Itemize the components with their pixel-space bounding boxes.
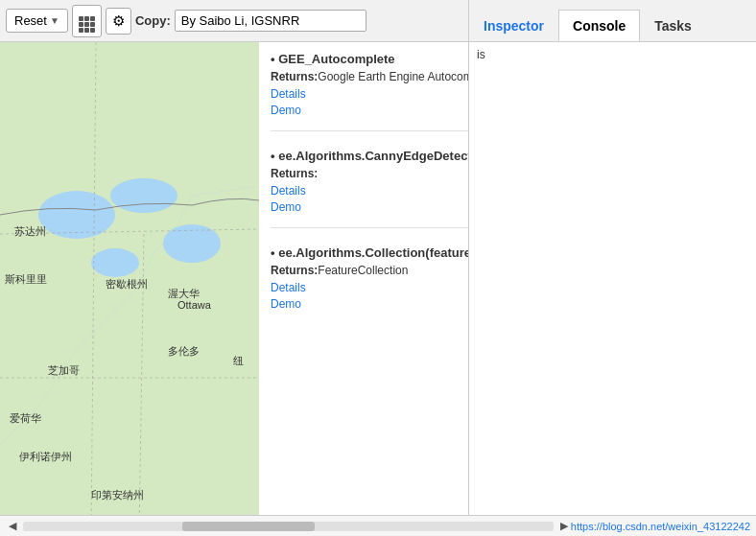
gear-icon: ⚙ xyxy=(112,12,125,29)
svg-point-6 xyxy=(91,248,139,277)
doc-returns-label-2: Returns: xyxy=(271,167,318,180)
map-label-sudazhou: 苏达州 xyxy=(14,224,46,239)
map-label-toronto: 多伦多 xyxy=(168,344,200,359)
map-placeholder: 苏达州 斯科里里 芝加哥 爱荷华 伊利诺伊州 印第安纳州 密歇根州 多伦多 渥大… xyxy=(0,42,259,536)
map-label-michigan: 密歇根州 xyxy=(106,277,148,291)
map-label-chicago: 芝加哥 xyxy=(48,363,80,378)
map-label-niu: 纽 xyxy=(233,354,244,368)
tab-tasks[interactable]: Tasks xyxy=(640,10,706,41)
tab-console[interactable]: Console xyxy=(558,10,640,41)
svg-point-4 xyxy=(110,178,177,213)
status-url: https://blog.csdn.net/weixin_43122242 xyxy=(571,521,750,532)
main-area: 苏达州 斯科里里 芝加哥 爱荷华 伊利诺伊州 印第安纳州 密歇根州 多伦多 渥大… xyxy=(0,42,756,536)
map-label-aihehua: 爱荷华 xyxy=(10,411,41,426)
doc-returns-label-1: Returns: xyxy=(271,70,318,83)
hscroll-thumb[interactable] xyxy=(182,522,315,531)
hscroll-track[interactable] xyxy=(23,522,554,531)
scroll-left-arrow[interactable]: ◀ xyxy=(6,520,19,532)
right-panel-content: is xyxy=(469,42,756,67)
grid-icon xyxy=(79,16,95,33)
horizontal-scrollbar[interactable]: ◀ ▶ xyxy=(6,520,571,532)
svg-point-5 xyxy=(163,224,221,263)
right-panel-text: is xyxy=(477,48,485,61)
grid-button[interactable] xyxy=(72,5,102,37)
copy-input[interactable] xyxy=(175,10,366,32)
right-panel: is xyxy=(468,42,756,536)
scroll-right-arrow[interactable]: ▶ xyxy=(557,520,571,532)
map-label-indiana: 印第安纳州 xyxy=(91,488,144,502)
reset-arrow: ▼ xyxy=(50,15,59,26)
status-bar: ◀ ▶ https://blog.csdn.net/weixin_4312224… xyxy=(0,515,756,536)
map-label-skll: 斯科里里 xyxy=(5,272,47,287)
tab-inspector[interactable]: Inspector xyxy=(469,10,558,41)
doc-returns-label-3: Returns: xyxy=(271,264,318,277)
settings-button[interactable]: ⚙ xyxy=(106,8,131,35)
map-area[interactable]: 苏达州 斯科里里 芝加哥 爱荷华 伊利诺伊州 印第安纳州 密歇根州 多伦多 渥大… xyxy=(0,42,259,536)
copy-label: Copy: xyxy=(135,13,171,28)
svg-point-3 xyxy=(38,191,115,239)
map-label-ottawa-en: Ottawa xyxy=(177,299,211,311)
right-tabs: Inspector Console Tasks xyxy=(468,0,756,42)
reset-label: Reset xyxy=(14,13,47,28)
doc-returns-value-3: FeatureCollection xyxy=(318,264,408,277)
reset-button[interactable]: Reset ▼ xyxy=(6,9,68,33)
map-label-illinois: 伊利诺伊州 xyxy=(19,450,72,464)
